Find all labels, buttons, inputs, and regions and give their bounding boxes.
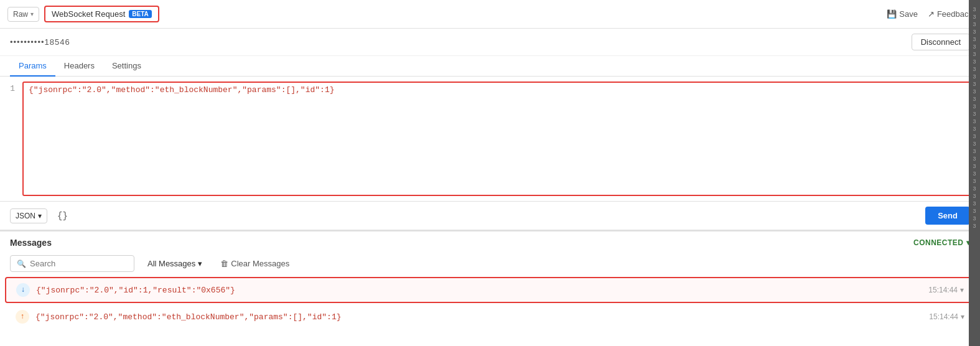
connected-badge[interactable]: CONNECTED ▾ <box>913 238 970 247</box>
search-box: 🔍 <box>10 255 134 272</box>
save-icon: 💾 <box>887 9 897 19</box>
message-text-incoming: {"jsonrpc":"2.0","id":1,"result":"0x656"… <box>36 286 918 295</box>
code-editor-line[interactable]: {"jsonrpc":"2.0","method":"eth_blockNumb… <box>22 82 975 196</box>
request-tabs: Params Headers Settings <box>0 56 980 77</box>
json-format-dropdown[interactable]: JSON ▾ <box>10 208 47 223</box>
ws-tab-label: WebSocket Request <box>52 9 125 19</box>
line-numbers: 1 <box>0 82 22 196</box>
message-row-outgoing[interactable]: ↑ {"jsonrpc":"2.0","method":"eth_blockNu… <box>5 304 975 329</box>
url-display: ••••••••••18546 <box>10 37 70 47</box>
arrow-down-icon: ↓ <box>16 283 30 297</box>
arrow-up-icon: ↑ <box>16 310 29 324</box>
message-text-outgoing: {"jsonrpc":"2.0","method":"eth_blockNumb… <box>35 312 919 322</box>
messages-title: Messages <box>10 238 52 248</box>
raw-button[interactable]: Raw ▾ <box>7 7 39 22</box>
message-time-outgoing[interactable]: 15:14:44 ▾ <box>929 312 964 321</box>
editor-area: 1 {"jsonrpc":"2.0","method":"eth_blockNu… <box>0 77 980 230</box>
tab-headers[interactable]: Headers <box>55 56 103 77</box>
messages-header: Messages CONNECTED ▾ <box>0 231 980 251</box>
beta-badge: BETA <box>129 10 151 18</box>
raw-label: Raw <box>13 10 28 19</box>
feedback-button[interactable]: ↗ Feedback <box>928 9 973 19</box>
top-toolbar: Raw ▾ WebSocket Request BETA 💾 Save ↗ Fe… <box>0 0 980 29</box>
editor-footer: JSON ▾ {} Send <box>0 201 980 230</box>
toolbar-right: 💾 Save ↗ Feedback <box>887 9 973 19</box>
message-toolbar: 🔍 All Messages ▾ 🗑 Clear Messages <box>0 251 980 276</box>
messages-section: Messages CONNECTED ▾ 🔍 All Messages ▾ 🗑 … <box>0 230 980 329</box>
filter-dropdown[interactable]: All Messages ▾ <box>141 255 209 272</box>
search-icon: 🔍 <box>17 260 26 268</box>
send-button[interactable]: Send <box>925 207 970 225</box>
chevron-down-icon: ▾ <box>961 312 964 321</box>
tab-params[interactable]: Params <box>10 56 55 77</box>
right-sidebar: 3 3 3 3 3 3 3 3 3 3 3 3 3 3 3 3 3 3 3 3 … <box>969 0 980 330</box>
message-row-incoming[interactable]: ↓ {"jsonrpc":"2.0","id":1,"result":"0x65… <box>5 277 975 303</box>
url-bar: ••••••••••18546 Disconnect <box>0 29 980 56</box>
chevron-down-icon: ▾ <box>198 259 202 268</box>
braces-button[interactable]: {} <box>54 210 72 222</box>
search-input[interactable] <box>30 259 128 268</box>
clear-messages-button[interactable]: 🗑 Clear Messages <box>215 256 294 271</box>
tab-settings[interactable]: Settings <box>103 56 150 77</box>
editor-content: 1 {"jsonrpc":"2.0","method":"eth_blockNu… <box>0 77 980 201</box>
chevron-down-icon: ▾ <box>38 212 42 220</box>
trash-icon: 🗑 <box>220 259 228 268</box>
external-link-icon: ↗ <box>928 9 935 19</box>
chevron-down-icon: ▾ <box>960 286 964 294</box>
message-time-incoming[interactable]: 15:14:44 ▾ <box>928 286 964 294</box>
chevron-down-icon: ▾ <box>30 11 34 17</box>
format-buttons: JSON ▾ {} <box>10 208 72 223</box>
websocket-request-tab[interactable]: WebSocket Request BETA <box>44 6 159 22</box>
disconnect-button[interactable]: Disconnect <box>912 34 970 50</box>
save-button[interactable]: 💾 Save <box>887 9 918 19</box>
